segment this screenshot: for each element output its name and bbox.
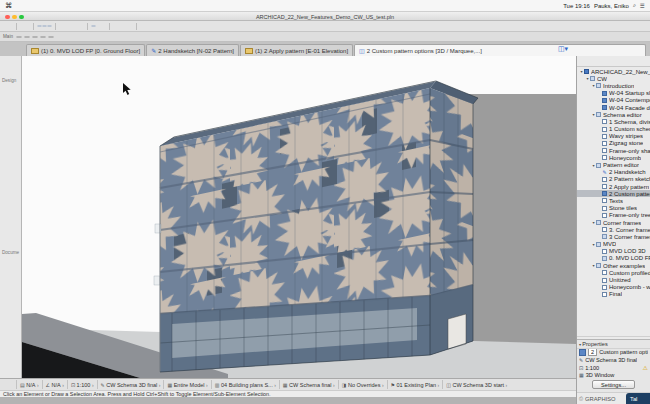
pet-palette-dropdown[interactable] (16, 36, 22, 38)
tree-item[interactable]: 3 Corner frames f... (577, 233, 650, 240)
camera-tool[interactable] (3, 369, 19, 378)
shell-tool[interactable] (3, 156, 19, 166)
figure-tool[interactable] (3, 349, 19, 359)
tree-item[interactable]: 1 Schema, divisio... (577, 118, 650, 125)
text-tool[interactable] (3, 276, 19, 286)
tree-item[interactable]: Unitized (577, 276, 650, 283)
view-mode-icon[interactable]: ◫▾ (558, 45, 570, 53)
level-dimension-tool[interactable] (3, 265, 19, 275)
tree-item[interactable]: ✎ 2 Handsketch (577, 169, 650, 176)
pen-set-field[interactable]: ▥ 04 Building plans S... › (211, 380, 279, 389)
roof-tool[interactable] (3, 145, 19, 155)
column-tool[interactable] (3, 114, 19, 124)
graphic-override-field[interactable]: ◨ No Overrides › (338, 380, 387, 389)
floor-field[interactable]: ▤ N/A › (16, 380, 42, 389)
beam-tool[interactable] (3, 124, 19, 134)
slab-tool[interactable] (3, 135, 19, 145)
menu-clock[interactable]: Tue 19:16 (563, 3, 590, 9)
railing-tool[interactable] (3, 197, 19, 207)
angle-field[interactable]: ∠ N/A › (42, 380, 67, 389)
line-tool[interactable] (3, 307, 19, 317)
tree-item[interactable]: Honeycomb (577, 154, 650, 161)
renovation-filter-field[interactable]: ⚑ 01 Existing Plan › (387, 380, 443, 389)
talk-button[interactable]: Tal (626, 393, 650, 404)
element-name[interactable]: Custom pattern option... (599, 349, 648, 355)
tree-item[interactable]: ▾ MVD (577, 241, 650, 248)
tree-item[interactable]: ▾ Introduction (577, 82, 650, 89)
window-tool[interactable] (3, 104, 19, 114)
tree-item[interactable]: 0. MVD LOD FP (577, 255, 650, 262)
settings-button[interactable]: Settings... (592, 380, 635, 389)
tab-custom-pattern-options[interactable]: ◫ 2 Custom pattern options [3D / Marquee… (354, 44, 646, 56)
3d-model-canvas[interactable] (22, 56, 576, 378)
scale-value[interactable]: 1:100 (585, 365, 599, 371)
tree-item[interactable]: ▾ Schema editor (577, 111, 650, 118)
tree-item[interactable]: 2 Apply pattern (577, 183, 650, 190)
tree-item[interactable]: W-04 Startup slid... (577, 90, 650, 97)
apple-logo-icon[interactable]: ⌘ (5, 2, 12, 10)
tree-item[interactable]: ▾ ARCHICAD_22_New_Featu... (577, 68, 650, 75)
hotspot-tool[interactable] (3, 338, 19, 348)
morph-tool[interactable] (3, 207, 19, 217)
expand-chevron[interactable] (48, 36, 54, 38)
tree-item[interactable]: W-04 Contempora... (577, 97, 650, 104)
menu-user[interactable]: Pauks, Eniko (594, 3, 629, 9)
zone-tool[interactable] (3, 228, 19, 238)
tree-item[interactable]: Custom profiled fr... (577, 269, 650, 276)
fill-tool[interactable] (3, 297, 19, 307)
tree-item[interactable]: MVD LOD 3D (577, 248, 650, 255)
mesh-tool[interactable] (3, 218, 19, 228)
tab-ground-floor[interactable]: (1) 0. MVD LOD FP [0. Ground Floor] (26, 44, 145, 56)
model-view-options-field[interactable]: ▦ CW Schema final › (279, 380, 338, 389)
id-value[interactable]: 2 (588, 349, 597, 357)
object-tool[interactable] (3, 239, 19, 249)
tree-item[interactable]: Texts (577, 197, 650, 204)
arrow-mode-button[interactable] (40, 36, 46, 38)
tree-item[interactable]: ▾ CW (577, 75, 650, 82)
arc-tool[interactable] (3, 317, 19, 327)
tree-item[interactable]: Wavy stripes (577, 133, 650, 140)
tree-item[interactable]: W-04 Facade deci... (577, 104, 650, 111)
tree-item[interactable]: Stone tiles (577, 205, 650, 212)
scale-field[interactable]: ⊡ 1:100 › (67, 380, 97, 389)
tab-apply-pattern[interactable]: (1) 2 Apply pattern [E-01 Elevation] (240, 44, 353, 56)
stair-tool[interactable] (3, 187, 19, 197)
view-name[interactable]: CW Schema 3D final (585, 357, 637, 363)
tree-item[interactable]: ▾ Other examples (577, 262, 650, 269)
view-settings-field[interactable]: ✎ CW Schema 3D final › (97, 380, 164, 389)
tree-item[interactable]: 2 Pattern sketch (577, 176, 650, 183)
tree-item[interactable]: ▾ Corner frames (577, 219, 650, 226)
viewport-3d-window[interactable] (22, 56, 576, 378)
curtain-wall-tool[interactable] (3, 176, 19, 186)
door-tool[interactable] (3, 93, 19, 103)
tree-item-label: Custom profiled fr... (609, 270, 650, 276)
window-type[interactable]: 3D Window (586, 372, 615, 378)
tree-item[interactable]: 2 Custom pattern... (577, 190, 650, 197)
tree-item[interactable]: ▾ Pattern editor (577, 161, 650, 168)
arrow-tool[interactable] (3, 56, 19, 66)
tree-item[interactable]: Final (577, 291, 650, 298)
label-tool[interactable] (3, 286, 19, 296)
marquee-tool[interactable] (3, 66, 19, 76)
spline-tool[interactable] (3, 328, 19, 338)
tree-item[interactable]: Honeycomb - wind... (577, 284, 650, 291)
skylight-tool[interactable] (3, 166, 19, 176)
tree-item[interactable]: Frame-only tree fa... (577, 212, 650, 219)
tab-handsketch[interactable]: ✎ 2 Handsketch [N-02 Pattern] (146, 44, 239, 56)
branding-bar: ⎙ GRAPHISO Tal (577, 392, 650, 404)
drawing-tool[interactable] (3, 359, 19, 369)
notification-center-icon[interactable]: ☰ (640, 3, 645, 9)
origin-button[interactable] (32, 36, 38, 38)
relative-construction-dropdown[interactable] (24, 36, 30, 38)
spotlight-search-icon[interactable]: ⌕ (633, 2, 636, 9)
wall-tool[interactable] (3, 83, 19, 93)
tree-item[interactable]: 1 Custom schema (577, 126, 650, 133)
tree-item[interactable]: Frame-only shadin... (577, 147, 650, 154)
quick-option-value: 01 Existing Plan (397, 382, 436, 388)
tree-item[interactable]: Zigzag stone (577, 140, 650, 147)
quick-option-value: CW Schema 3D start (452, 382, 504, 388)
dimension-tool[interactable] (3, 255, 19, 265)
structure-display-field[interactable]: ▦ Entire Model › (163, 380, 210, 389)
3d-style-field[interactable]: ◫ CW Schema 3D start › (442, 380, 510, 389)
tree-item[interactable]: 3. Corner frames (577, 226, 650, 233)
